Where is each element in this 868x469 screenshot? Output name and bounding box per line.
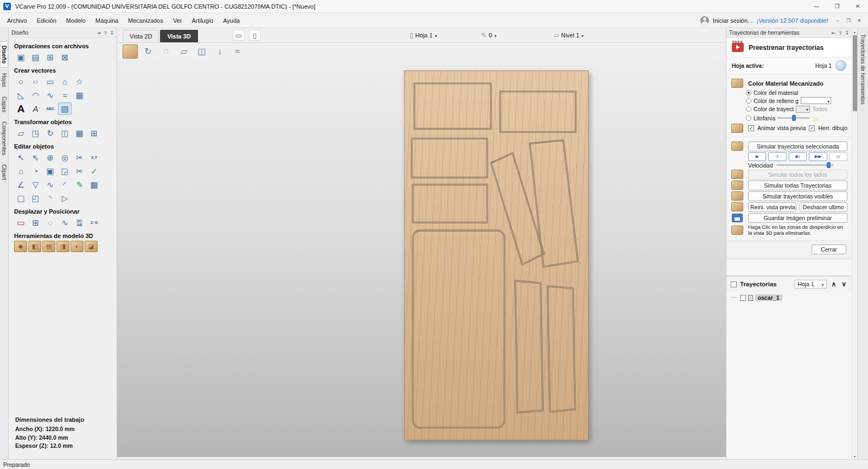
sculpt-model-icon[interactable]: ◧	[28, 241, 41, 252]
cut-vector-shape[interactable]	[547, 286, 575, 412]
user-avatar-icon[interactable]	[700, 16, 709, 25]
cut-vector-shape[interactable]	[412, 139, 487, 178]
side-tab-capas[interactable]: Capas	[1, 93, 8, 116]
vector-scissors-icon[interactable]: ✂	[73, 151, 86, 164]
grid-snap-icon[interactable]: ▦	[87, 178, 101, 191]
panel-pin-icon[interactable]: ↧	[110, 30, 114, 36]
move-objects-icon[interactable]: ▱	[14, 127, 28, 139]
move-label-icon[interactable]: ⊕	[43, 151, 57, 164]
cut-vectors-icon[interactable]: ✂	[73, 165, 86, 177]
corner-tool-icon[interactable]: ◰	[29, 192, 42, 204]
doc-close-button[interactable]: ✕	[854, 15, 865, 26]
xy-position-icon[interactable]: X,Y	[87, 151, 101, 164]
doc-restore-button[interactable]: ❐	[843, 15, 854, 26]
side-tab-diseno[interactable]: Diseño	[0, 41, 8, 68]
draw-star-icon[interactable]: ☆	[73, 75, 86, 88]
move-toolpath-up-button[interactable]: ∧	[830, 280, 837, 288]
cut-vector-shape[interactable]	[414, 83, 491, 129]
draw-arc-icon[interactable]: ◠	[29, 89, 42, 101]
draw-text-box-icon[interactable]: A	[29, 102, 42, 115]
drill-preview-icon[interactable]: ↓	[212, 44, 227, 59]
menu-maquina[interactable]: Máquina	[91, 15, 123, 27]
distort-object-icon[interactable]: ▦	[73, 127, 86, 139]
draw-rectangle-icon[interactable]: ▭	[43, 75, 57, 88]
doc-minimize-button[interactable]: –	[832, 15, 843, 26]
menu-artilugio[interactable]: Artilugio	[187, 15, 218, 27]
toolpath-visibility-checkbox[interactable]	[740, 295, 746, 301]
cut-vector-shape[interactable]	[491, 153, 544, 265]
clear-model-icon[interactable]: ◪	[85, 241, 98, 252]
node-edit-icon[interactable]: ⇖	[29, 151, 42, 164]
cut-vector-shape[interactable]	[500, 92, 576, 132]
fillet-tool-icon[interactable]: ◜	[58, 178, 72, 191]
draw-polyline-icon[interactable]: ◺	[14, 89, 28, 101]
side-tab-clipart[interactable]: Clipart	[1, 160, 8, 184]
menu-modelo[interactable]: Modelo	[61, 15, 91, 27]
pause-button[interactable]: ‖	[768, 152, 786, 161]
arrow-vector-icon[interactable]: ▽	[29, 178, 42, 191]
fill-color-swatch[interactable]	[801, 97, 831, 104]
panel-help-icon[interactable]: ?	[839, 30, 841, 36]
draw-curve-icon[interactable]: ∿	[43, 89, 57, 101]
cut-vector-shape[interactable]	[413, 230, 505, 428]
material-block-icon[interactable]	[123, 44, 138, 59]
panel-pin-icon[interactable]: ↧	[845, 30, 849, 36]
menu-ayuda[interactable]: Ayuda	[218, 15, 245, 27]
nest-objects-icon[interactable]: ▭	[14, 216, 28, 229]
radio-lithophane[interactable]: Litofanía ☼	[746, 114, 847, 122]
cut-vector-shape[interactable]	[515, 281, 543, 413]
draw-freehand-icon[interactable]: ≈	[58, 89, 72, 101]
tab-vista-2d[interactable]: Vista 2D	[123, 30, 159, 42]
slider-thumb[interactable]	[827, 162, 831, 168]
reset-preview-button[interactable]: Reini. vista previa	[748, 202, 796, 212]
open-file-icon[interactable]: ▤	[29, 51, 42, 63]
menu-edicion[interactable]: Edición	[32, 15, 61, 27]
viewport-3d[interactable]	[117, 61, 726, 457]
zigzag-copy-icon[interactable]: Z↕G	[87, 216, 101, 229]
simulate-visible-toolpaths-button[interactable]: Simular trayectorias visibles	[748, 191, 847, 201]
sheet-landscape-icon[interactable]: ▭	[233, 30, 245, 41]
material-board[interactable]	[404, 70, 589, 440]
toolpath-panel-scrollbar[interactable]	[852, 28, 857, 459]
paste-position-icon[interactable]: DC AB	[73, 216, 86, 229]
draw-ellipse-icon[interactable]: ○	[29, 75, 42, 88]
panel-help-icon[interactable]: ?	[104, 30, 106, 36]
draw-text-icon[interactable]: A	[14, 102, 28, 115]
add-texture-icon[interactable]: ▤	[42, 241, 55, 252]
menu-ver[interactable]: Ver	[168, 15, 187, 27]
rounded-rect-icon[interactable]: ▢	[14, 192, 28, 204]
texture-area-icon[interactable]: ▨	[58, 102, 72, 115]
sheet-dropdown[interactable]: ▯ Hoja 1	[407, 30, 439, 40]
version-update-link[interactable]: ¡Versión 12.507 disponible!	[756, 17, 828, 24]
toolpath-color-swatch[interactable]	[796, 106, 810, 113]
play-button[interactable]: ▶	[748, 152, 766, 161]
sign-in-link[interactable]: Iniciar sesión...	[713, 17, 752, 24]
copy-along-vector-icon[interactable]: ∿	[58, 216, 72, 229]
radio-fill-color[interactable]: Color de relleno g	[746, 97, 847, 104]
import-component-icon[interactable]: ◨	[56, 241, 69, 252]
toolpaths-master-checkbox[interactable]	[731, 281, 737, 287]
tab-vista-3d[interactable]: Vista 3D	[160, 30, 197, 42]
cut-vector-shape[interactable]	[413, 184, 487, 222]
tool-dropdown[interactable]: ✎ 0	[479, 30, 499, 40]
measure-angle-icon[interactable]: ∠	[14, 178, 28, 191]
close-panel-button[interactable]: Cerrar	[812, 245, 846, 254]
cut-vector-shape[interactable]	[500, 92, 576, 132]
step-button[interactable]: ▶|	[789, 152, 807, 161]
move-toolpath-down-button[interactable]: ∨	[840, 280, 847, 288]
offset-vectors-icon[interactable]: ◔	[29, 165, 42, 177]
cut-vector-shape[interactable]	[413, 230, 505, 428]
cut-vector-shape[interactable]	[547, 286, 575, 412]
grain-lines-icon[interactable]: ≈	[230, 44, 245, 59]
sheet-portrait-icon[interactable]: ▯	[249, 30, 261, 41]
create-shape-icon[interactable]: ◆	[14, 241, 27, 252]
side-tab-hojas[interactable]: Hojas	[1, 69, 8, 91]
speed-slider[interactable]	[776, 164, 834, 166]
scrollbar-thumb[interactable]	[853, 35, 857, 111]
panel-collapse-icon[interactable]: ⇤	[832, 30, 836, 36]
scroll-up-icon[interactable]	[852, 28, 858, 35]
array-copy-icon[interactable]: ⊞	[29, 216, 42, 229]
simulate-all-sides-button[interactable]: Simular todos los lados	[748, 170, 847, 179]
draw-boundary-icon[interactable]: ▦	[73, 89, 86, 101]
draw-polygon-icon[interactable]: ⌂	[58, 75, 72, 88]
